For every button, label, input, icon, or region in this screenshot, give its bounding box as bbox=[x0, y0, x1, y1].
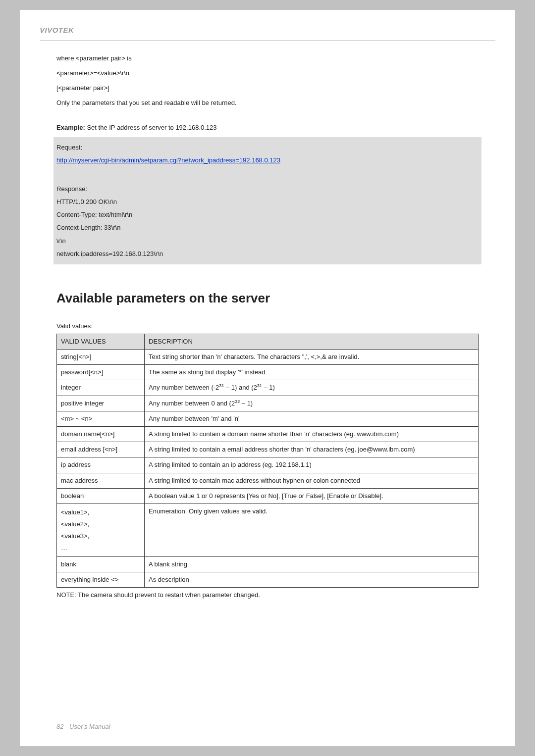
header-divider bbox=[40, 41, 495, 41]
table-row: blankA blank string bbox=[57, 557, 479, 572]
table-row: password[<n>]The same as string but disp… bbox=[57, 365, 479, 380]
table-row: <value1>,<value2>,<value3>,…Enumeration.… bbox=[57, 504, 479, 556]
spacer bbox=[56, 112, 479, 122]
cell-description: A string limited to contain a domain nam… bbox=[145, 427, 479, 442]
response-line-2: Content-Type: text/html\r\n bbox=[56, 209, 479, 220]
response-label: Response: bbox=[56, 184, 479, 195]
table-header-row: VALID VALUES DESCRIPTION bbox=[57, 334, 479, 350]
table-row: string[<n>]Text string shorter than 'n' … bbox=[57, 350, 479, 365]
cell-valid-value: <m> ~ <n> bbox=[57, 411, 145, 427]
cell-description: Enumeration. Only given values are valid… bbox=[145, 504, 479, 556]
intro-line-4: Only the parameters that you set and rea… bbox=[56, 98, 479, 108]
cell-description: Any number between (-231 – 1) and (231 –… bbox=[145, 380, 479, 396]
valid-values-label: Valid values: bbox=[56, 321, 479, 332]
cell-valid-value: <value1>,<value2>,<value3>,… bbox=[57, 504, 145, 556]
request-label: Request: bbox=[56, 142, 479, 153]
example-label: Example: bbox=[56, 124, 85, 131]
cell-valid-value: string[<n>] bbox=[57, 350, 145, 365]
request-url-link[interactable]: http://myserver/cgi-bin/admin/setparam.c… bbox=[56, 156, 280, 164]
example-text: Set the IP address of server to 192.168.… bbox=[85, 124, 217, 131]
request-url-line: http://myserver/cgi-bin/admin/setparam.c… bbox=[56, 155, 479, 166]
cell-valid-value: everything inside <> bbox=[57, 572, 145, 588]
cell-valid-value: positive integer bbox=[57, 396, 145, 411]
cell-description: As description bbox=[145, 572, 479, 588]
cell-description: The same as string but display '*' inste… bbox=[145, 365, 479, 380]
cell-description: A string limited to contain a email addr… bbox=[145, 442, 479, 457]
cell-description: Text string shorter than 'n' characters.… bbox=[145, 350, 479, 365]
cell-description: A boolean value 1 or 0 represents [Yes o… bbox=[145, 488, 479, 504]
cell-valid-value: boolean bbox=[57, 488, 145, 504]
intro-line-3: [<parameter pair>] bbox=[56, 83, 479, 94]
cell-valid-value: domain name[<n>] bbox=[57, 427, 145, 442]
response-line-5: network.ipaddress=192.168.0.123\r\n bbox=[56, 249, 479, 259]
example-heading: Example: Set the IP address of server to… bbox=[56, 122, 479, 133]
table-row: mac addressA string limited to contain m… bbox=[57, 473, 479, 488]
valid-values-table: VALID VALUES DESCRIPTION string[<n>]Text… bbox=[56, 334, 479, 588]
col-header-valid: VALID VALUES bbox=[57, 334, 145, 350]
cell-valid-value: email address [<n>] bbox=[57, 442, 145, 457]
page-header: VIVOTEK bbox=[20, 10, 515, 39]
cell-description: A blank string bbox=[145, 557, 479, 572]
table-row: booleanA boolean value 1 or 0 represents… bbox=[57, 488, 479, 504]
response-line-4: \r\n bbox=[56, 236, 479, 247]
cell-valid-value: blank bbox=[57, 557, 145, 572]
response-line-3: Context-Length: 33\r\n bbox=[56, 222, 479, 233]
section-heading: Available parameters on the server bbox=[56, 287, 479, 309]
table-row: everything inside <>As description bbox=[57, 572, 479, 588]
page-content: where <parameter pair> is <parameter>=<v… bbox=[20, 53, 515, 626]
cell-valid-value: mac address bbox=[57, 473, 145, 488]
cell-valid-value: ip address bbox=[57, 457, 145, 473]
spacer bbox=[56, 168, 479, 182]
cell-description: A string limited to contain mac address … bbox=[145, 473, 479, 488]
cell-valid-value: password[<n>] bbox=[57, 365, 145, 380]
intro-line-1: where <parameter pair> is bbox=[56, 53, 479, 64]
table-row: integerAny number between (-231 – 1) and… bbox=[57, 380, 479, 396]
table-row: <m> ~ <n>Any number between 'm' and 'n' bbox=[57, 411, 479, 427]
cell-description: Any number between 0 and (232 – 1) bbox=[145, 396, 479, 411]
col-header-desc: DESCRIPTION bbox=[145, 334, 479, 350]
cell-valid-value: integer bbox=[57, 380, 145, 396]
page: VIVOTEK where <parameter pair> is <param… bbox=[20, 10, 515, 746]
cell-description: Any number between 'm' and 'n' bbox=[145, 411, 479, 427]
table-row: domain name[<n>]A string limited to cont… bbox=[57, 427, 479, 442]
intro-line-2: <parameter>=<value>\r\n bbox=[56, 68, 479, 79]
response-line-1: HTTP/1.0 200 OK\r\n bbox=[56, 197, 479, 207]
table-row: email address [<n>]A string limited to c… bbox=[57, 442, 479, 457]
cell-description: A string limited to contain an ip addres… bbox=[145, 457, 479, 473]
example-box: Request: http://myserver/cgi-bin/admin/s… bbox=[54, 137, 482, 264]
table-row: positive integerAny number between 0 and… bbox=[57, 396, 479, 411]
page-footer: 82 - User's Manual bbox=[56, 721, 110, 732]
brand-logo: VIVOTEK bbox=[40, 24, 495, 37]
note-text: NOTE: The camera should prevent to resta… bbox=[56, 590, 479, 601]
table-row: ip addressA string limited to contain an… bbox=[57, 457, 479, 473]
